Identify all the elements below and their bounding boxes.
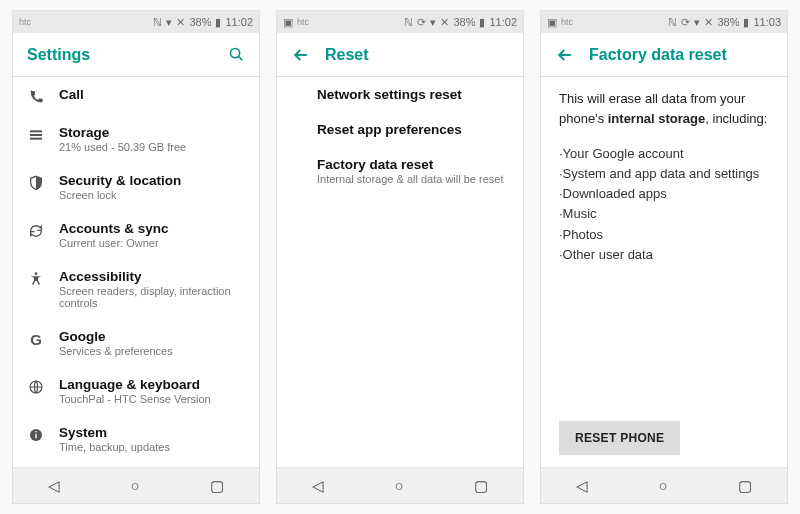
svg-point-0 [230, 48, 239, 57]
reset-row-network[interactable]: Network settings reset [277, 77, 523, 112]
settings-list[interactable]: Call Storage21% used - 50.39 GB free Sec… [13, 77, 259, 467]
row-title: Accessibility [59, 269, 245, 284]
setting-row-google[interactable]: G GoogleServices & preferences [13, 319, 259, 367]
row-title: Google [59, 329, 245, 344]
nav-home-icon[interactable]: ○ [394, 477, 403, 494]
page-title: Factory data reset [589, 46, 727, 64]
row-title: Security & location [59, 173, 245, 188]
search-icon[interactable] [228, 46, 245, 63]
svg-point-5 [35, 272, 38, 275]
battery-icon: ▮ [743, 16, 749, 29]
setting-row-call[interactable]: Call [13, 77, 259, 115]
erase-bullets: ·Your Google account ·System and app dat… [541, 140, 787, 269]
signal-icon: ▾ [166, 16, 172, 29]
battery-icon: ▮ [479, 16, 485, 29]
nfc-icon: ℕ [668, 16, 677, 29]
desc-post: , including: [705, 111, 767, 126]
header: Reset [277, 33, 523, 77]
header: Factory data reset [541, 33, 787, 77]
svg-rect-8 [35, 434, 36, 439]
app-badge-icon: ▣ [547, 16, 557, 29]
globe-icon [27, 377, 45, 395]
setting-row-system[interactable]: SystemTime, backup, updates [13, 415, 259, 463]
page-title: Reset [325, 46, 369, 64]
nav-bar: ◁ ○ ▢ [13, 467, 259, 503]
row-title: Reset app preferences [317, 122, 509, 137]
row-sub: Current user: Owner [59, 237, 245, 249]
reset-list: Network settings reset Reset app prefere… [277, 77, 523, 467]
page-title: Settings [27, 46, 90, 64]
nav-recents-icon[interactable]: ▢ [210, 477, 224, 495]
nav-back-icon[interactable]: ◁ [312, 477, 324, 495]
shield-icon [27, 173, 45, 191]
screen-factory-reset: ▣ htc ℕ ⟳ ▾ ✕ 38% ▮ 11:03 Factory data r… [540, 10, 788, 504]
setting-row-language[interactable]: Language & keyboardTouchPal - HTC Sense … [13, 367, 259, 415]
svg-rect-9 [35, 431, 36, 432]
bullet: ·Music [559, 204, 769, 224]
row-sub: 21% used - 50.39 GB free [59, 141, 245, 153]
sync-icon [27, 221, 45, 239]
setting-row-accounts[interactable]: Accounts & syncCurrent user: Owner [13, 211, 259, 259]
setting-row-storage[interactable]: Storage21% used - 50.39 GB free [13, 115, 259, 163]
row-sub: Screen readers, display, interaction con… [59, 285, 245, 309]
no-sim-icon: ✕ [176, 16, 185, 29]
row-title: Network settings reset [317, 87, 509, 102]
row-title: Accounts & sync [59, 221, 245, 236]
status-bar: ▣ htc ℕ ⟳ ▾ ✕ 38% ▮ 11:03 [541, 11, 787, 33]
svg-line-1 [239, 57, 243, 61]
clock-label: 11:03 [753, 16, 781, 28]
app-badge-icon: ▣ [283, 16, 293, 29]
no-sim-icon: ✕ [440, 16, 449, 29]
row-sub: TouchPal - HTC Sense Version [59, 393, 245, 405]
phone-icon [27, 87, 45, 105]
nav-recents-icon[interactable]: ▢ [474, 477, 488, 495]
nav-home-icon[interactable]: ○ [130, 477, 139, 494]
factory-reset-content: This will erase all data from your phone… [541, 77, 787, 467]
row-title: Language & keyboard [59, 377, 245, 392]
sync-status-icon: ⟳ [417, 16, 426, 29]
header: Settings [13, 33, 259, 77]
no-sim-icon: ✕ [704, 16, 713, 29]
info-icon [27, 425, 45, 443]
accessibility-icon [27, 269, 45, 287]
battery-pct: 38% [189, 16, 211, 28]
bullet: ·System and app data and settings [559, 164, 769, 184]
clock-label: 11:02 [489, 16, 517, 28]
row-title: System [59, 425, 245, 440]
signal-icon: ▾ [430, 16, 436, 29]
setting-row-security[interactable]: Security & locationScreen lock [13, 163, 259, 211]
desc-bold: internal storage [608, 111, 706, 126]
reset-phone-button[interactable]: RESET PHONE [559, 421, 680, 455]
battery-pct: 38% [717, 16, 739, 28]
bullet: ·Your Google account [559, 144, 769, 164]
nav-home-icon[interactable]: ○ [658, 477, 667, 494]
row-sub: Time, backup, updates [59, 441, 245, 453]
nfc-icon: ℕ [404, 16, 413, 29]
signal-icon: ▾ [694, 16, 700, 29]
nav-back-icon[interactable]: ◁ [48, 477, 60, 495]
status-bar: ▣ htc ℕ ⟳ ▾ ✕ 38% ▮ 11:02 [277, 11, 523, 33]
carrier-label: htc [297, 17, 309, 27]
back-arrow-icon[interactable] [291, 45, 311, 65]
factory-reset-desc: This will erase all data from your phone… [541, 77, 787, 140]
row-sub: Services & preferences [59, 345, 245, 357]
button-bar: RESET PHONE [541, 411, 787, 467]
screen-reset: ▣ htc ℕ ⟳ ▾ ✕ 38% ▮ 11:02 Reset Network … [276, 10, 524, 504]
nav-back-icon[interactable]: ◁ [576, 477, 588, 495]
nav-bar: ◁ ○ ▢ [541, 467, 787, 503]
battery-icon: ▮ [215, 16, 221, 29]
screen-settings: htc ℕ ▾ ✕ 38% ▮ 11:02 Settings Call Stor… [12, 10, 260, 504]
status-bar: htc ℕ ▾ ✕ 38% ▮ 11:02 [13, 11, 259, 33]
reset-row-apps[interactable]: Reset app preferences [277, 112, 523, 147]
clock-label: 11:02 [225, 16, 253, 28]
nav-recents-icon[interactable]: ▢ [738, 477, 752, 495]
back-arrow-icon[interactable] [555, 45, 575, 65]
reset-row-factory[interactable]: Factory data resetInternal storage & all… [277, 147, 523, 195]
nav-bar: ◁ ○ ▢ [277, 467, 523, 503]
row-sub: Internal storage & all data will be rese… [317, 173, 509, 185]
carrier-label: htc [19, 17, 31, 27]
setting-row-accessibility[interactable]: AccessibilityScreen readers, display, in… [13, 259, 259, 319]
carrier-label: htc [561, 17, 573, 27]
storage-icon [27, 125, 45, 143]
svg-rect-2 [30, 130, 42, 132]
